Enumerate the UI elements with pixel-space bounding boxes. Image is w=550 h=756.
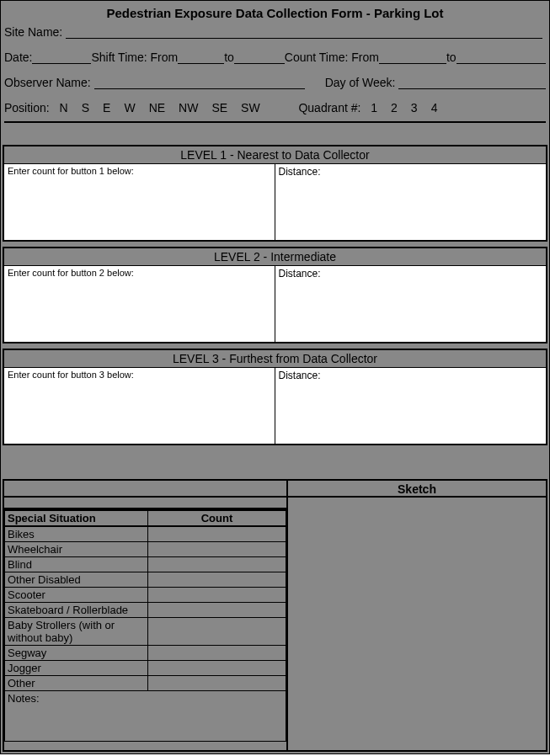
count-time-label: Count Time: From [285,51,379,64]
level-1-distance-area[interactable]: Distance: [275,164,547,240]
count-from-input[interactable] [379,52,446,64]
table-row: Bikes [5,526,286,542]
position-option-n[interactable]: N [60,101,68,114]
table-row: Jogger [5,661,286,676]
ss-label: Other Disabled [5,572,148,588]
special-situation-table: Special Situation Count BikesWheelchairB… [4,509,286,742]
site-name-label: Site Name: [4,25,62,39]
table-row: Scooter [5,588,286,603]
level-1-header: LEVEL 1 - Nearest to Data Collector [4,146,546,164]
dow-input[interactable] [398,77,546,89]
shift-time-label: Shift Time: From [91,51,178,64]
sketch-header: Sketch [288,481,546,498]
form-page: Pedestrian Exposure Data Collection Form… [0,0,550,754]
ss-spacer [4,498,286,509]
count-to-input[interactable] [457,52,546,64]
sketch-panel: Sketch [286,481,546,750]
quadrant-option-3[interactable]: 3 [411,101,418,114]
shift-to-input[interactable] [234,52,285,64]
ss-header-col1: Special Situation [5,510,148,526]
ss-count-cell[interactable] [148,588,286,603]
shift-from-input[interactable] [178,52,224,64]
level-2-body: Enter count for button 2 below:Distance: [4,266,546,342]
header-section: Pedestrian Exposure Data Collection Form… [1,1,549,130]
divider [4,121,546,123]
ss-count-cell[interactable] [148,618,286,646]
ss-count-cell[interactable] [148,557,286,572]
quadrant-option-2[interactable]: 2 [391,101,398,114]
position-options: NSEWNENWSESW [53,101,267,114]
observer-label: Observer Name: [4,76,91,89]
count-to-label: to [446,51,457,64]
level-2-header: LEVEL 2 - Intermediate [4,248,546,266]
table-row: Segway [5,646,286,661]
ss-header-col2: Count [148,510,286,526]
ss-count-cell[interactable] [148,676,286,691]
ss-label: Bikes [5,526,148,542]
quadrant-options: 1234 [364,101,444,114]
ss-label: Segway [5,646,148,661]
ss-count-cell[interactable] [148,572,286,588]
ss-label: Scooter [5,588,148,603]
quadrant-label: Quadrant #: [298,101,360,114]
position-option-nw[interactable]: NW [179,101,198,114]
ss-label: Baby Strollers (with or without baby) [5,618,148,646]
quadrant-option-1[interactable]: 1 [371,101,377,114]
ss-label: Blind [5,557,148,572]
observer-input[interactable] [94,77,305,89]
date-input[interactable] [32,52,91,64]
site-name-row: Site Name: [4,25,546,39]
date-shift-row: Date: Shift Time: From to Count Time: Fr… [4,51,546,64]
ss-count-cell[interactable] [148,542,286,557]
position-option-se[interactable]: SE [211,101,227,114]
notes-row: Notes: [5,691,286,742]
level-2-distance-area[interactable]: Distance: [275,266,547,342]
ss-count-cell[interactable] [148,526,286,542]
position-option-w[interactable]: W [124,101,135,114]
quadrant-option-4[interactable]: 4 [431,101,438,114]
table-row: Other [5,676,286,691]
ss-label: Skateboard / Rollerblade [5,603,148,618]
position-option-sw[interactable]: SW [241,101,260,114]
ss-count-cell[interactable] [148,661,286,676]
level-2-block: LEVEL 2 - IntermediateEnter count for bu… [3,247,547,343]
ss-label: Other [5,676,148,691]
observer-row: Observer Name: Day of Week: [4,76,546,89]
sketch-area[interactable] [288,498,546,750]
level-3-count-area[interactable]: Enter count for button 3 below: [4,368,275,444]
table-row: Skateboard / Rollerblade [5,603,286,618]
site-name-input[interactable] [66,27,542,39]
ss-label: Jogger [5,661,148,676]
form-title: Pedestrian Exposure Data Collection Form… [4,6,546,20]
special-situation-panel: Special Situation Count BikesWheelchairB… [4,481,286,750]
position-option-s[interactable]: S [82,101,89,114]
spacer [1,445,549,479]
position-quadrant-row: Position: NSEWNENWSESW Quadrant #: 1234 [4,101,546,114]
level-3-block: LEVEL 3 - Furthest from Data CollectorEn… [3,349,547,445]
level-1-count-area[interactable]: Enter count for button 1 below: [4,164,275,240]
table-row: Blind [5,557,286,572]
date-label: Date: [4,51,32,64]
levels-container: LEVEL 1 - Nearest to Data CollectorEnter… [1,145,549,445]
level-2-count-area[interactable]: Enter count for button 2 below: [4,266,275,342]
position-option-e[interactable]: E [103,101,110,114]
level-3-header: LEVEL 3 - Furthest from Data Collector [4,350,546,368]
shift-to-label: to [224,51,234,64]
position-option-ne[interactable]: NE [149,101,165,114]
level-1-block: LEVEL 1 - Nearest to Data CollectorEnter… [3,145,547,242]
bottom-section: Special Situation Count BikesWheelchairB… [3,479,547,752]
position-label: Position: [4,101,50,114]
table-row: Baby Strollers (with or without baby) [5,618,286,646]
level-3-body: Enter count for button 3 below:Distance: [4,368,546,444]
ss-label: Wheelchair [5,542,148,557]
level-3-distance-area[interactable]: Distance: [275,368,547,444]
ss-count-cell[interactable] [148,646,286,661]
table-row: Other Disabled [5,572,286,588]
level-1-body: Enter count for button 1 below:Distance: [4,164,546,240]
dow-label: Day of Week: [325,76,396,89]
ss-count-cell[interactable] [148,603,286,618]
ss-top-header [4,481,286,498]
notes-cell[interactable]: Notes: [5,691,286,742]
table-row: Wheelchair [5,542,286,557]
